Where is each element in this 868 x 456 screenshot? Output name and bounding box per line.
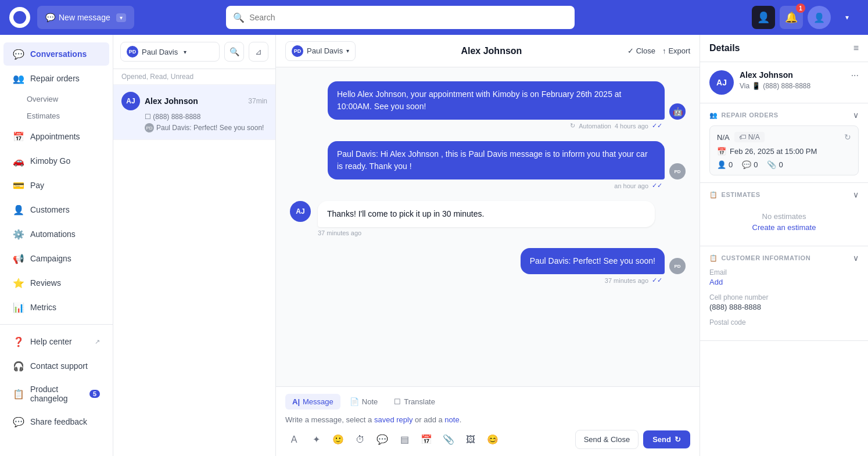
sidebar-item-repair-orders[interactable]: 👥 Repair orders	[3, 67, 109, 90]
conversations-list: PD Paul Davis ▾ 🔍 ⊿ Opened, Read, Unread…	[113, 35, 276, 456]
message-4: Paul Davis: Perfect! See you soon! PD 37…	[290, 248, 686, 284]
email-add-button[interactable]: Add	[709, 278, 859, 286]
details-contact-phone: Via 📱 (888) 888-8888	[740, 82, 845, 90]
saved-reply-link[interactable]: saved reply	[374, 415, 413, 424]
ro-refresh-button[interactable]: ↻	[844, 132, 851, 142]
attachment-icon[interactable]: 📎	[440, 431, 457, 448]
topbar-right: 👤 🔔 1 👤 ▾	[752, 6, 859, 29]
chat-input-placeholder-text: Write a message, select a saved reply or…	[285, 415, 690, 424]
filter-conversations-button[interactable]: ⊿	[249, 42, 268, 62]
main-layout: 💬 Conversations 👥 Repair orders Overview…	[0, 35, 868, 456]
automations-icon: ⚙️	[13, 228, 24, 240]
details-contact-info: Alex Johnson Via 📱 (888) 888-8888	[740, 70, 845, 90]
sidebar-item-share-feedback[interactable]: 💬 Share feedback	[3, 410, 109, 433]
chevron-down-icon: ▾	[116, 13, 126, 22]
create-estimate-link[interactable]: Create an estimate	[709, 223, 859, 232]
sidebar-label-repair-orders: Repair orders	[30, 74, 80, 83]
share-feedback-icon: 💬	[13, 416, 24, 428]
send-close-button[interactable]: Send & Close	[575, 430, 639, 449]
repair-orders-section-header: 👥 REPAIR ORDERS ∨	[709, 110, 859, 120]
pay-icon: 💳	[13, 179, 24, 191]
chat-agent-select[interactable]: PD Paul Davis ▾	[285, 41, 356, 61]
sidebar-item-campaigns[interactable]: 📢 Campaigns	[3, 247, 109, 270]
sidebar-item-product-changelog[interactable]: 📋 Product changelog 5	[3, 379, 109, 409]
repair-order-card: N/A 🏷 N/A ↻ 📅 Feb 26, 2025 at 15:00 PM 👤…	[709, 125, 859, 175]
sidebar-label-share-feedback: Share feedback	[30, 417, 87, 426]
sidebar-item-customers[interactable]: 👤 Customers	[3, 198, 109, 221]
conversation-item[interactable]: AJ Alex Johnson 37min ☐ (888) 888-8888 P…	[113, 85, 275, 140]
via-label: Via	[740, 82, 749, 90]
topbar: 💬 New message ▾ 🔍 👤 🔔 1 👤 ▾	[0, 0, 868, 35]
sidebar-item-estimates[interactable]: Estimates	[0, 107, 113, 124]
sidebar-item-help-center[interactable]: ❓ Help center ↗	[3, 330, 109, 353]
contact-support-icon: 🎧	[13, 360, 24, 372]
sidebar-item-reviews[interactable]: ⭐ Reviews	[3, 271, 109, 295]
customer-info-collapse[interactable]: ∨	[853, 253, 859, 263]
account-chevron-button[interactable]: ▾	[835, 6, 859, 29]
chat-header-actions: ✓ Close ↑ Export	[627, 46, 690, 55]
estimates-collapse[interactable]: ∨	[853, 190, 859, 199]
close-conversation-button[interactable]: ✓ Close	[627, 46, 655, 55]
message-3: AJ Thanks! I'll come to pick it up in 30…	[290, 201, 686, 236]
sidebar-item-pay[interactable]: 💳 Pay	[3, 174, 109, 197]
export-button[interactable]: ↑ Export	[662, 46, 690, 55]
note-link[interactable]: note	[444, 415, 459, 424]
sidebar-item-metrics[interactable]: 📊 Metrics	[3, 296, 109, 319]
details-menu-button[interactable]: ≡	[853, 43, 859, 53]
tab-message[interactable]: A| Message	[285, 394, 340, 410]
agent-select-dropdown[interactable]: PD Paul Davis ▾	[120, 42, 220, 62]
techs-icon: 👤	[717, 160, 726, 169]
template-icon[interactable]: ▤	[396, 431, 413, 448]
postal-label: Postal code	[709, 318, 859, 326]
ai-assist-icon[interactable]: ✦	[307, 431, 325, 448]
user-profile-button[interactable]: 👤	[752, 6, 775, 29]
sidebar-item-kimoby-go[interactable]: 🚗 Kimoby Go	[3, 149, 109, 173]
sticker-icon[interactable]: 😊	[484, 431, 501, 448]
phone-label: Cell phone number	[709, 293, 859, 301]
conv-avatar: AJ	[121, 92, 140, 110]
search-input[interactable]	[226, 6, 575, 29]
repair-orders-collapse[interactable]: ∨	[853, 110, 859, 120]
repair-orders-icon: 👥	[13, 73, 24, 84]
sidebar-label-metrics: Metrics	[30, 303, 56, 312]
send-button[interactable]: Send ↻	[643, 430, 690, 448]
image-icon[interactable]: 🖼	[462, 431, 479, 448]
msg-meta-3: 37 minutes ago	[318, 229, 686, 236]
sidebar-label-overview: Overview	[27, 95, 58, 103]
automation-icon: ↻	[570, 122, 575, 130]
filter-icon: ⊿	[255, 47, 262, 56]
contact-more-button[interactable]: ···	[851, 70, 859, 81]
new-message-button[interactable]: 💬 New message ▾	[37, 6, 134, 29]
new-message-label: New message	[59, 13, 110, 22]
preview-avatar-small: PD	[145, 123, 154, 132]
bot-icon-1: 🤖	[669, 103, 686, 120]
account-avatar-button[interactable]: 👤	[808, 6, 831, 29]
sidebar-item-conversations[interactable]: 💬 Conversations	[3, 42, 109, 66]
sidebar-item-contact-support[interactable]: 🎧 Contact support	[3, 354, 109, 378]
calendar-icon: 📅	[717, 147, 726, 156]
ro-techs: 👤 0	[717, 160, 733, 169]
incoming-avatar-3: AJ	[290, 201, 311, 222]
sidebar-label-conversations: Conversations	[30, 49, 87, 59]
sidebar-item-overview[interactable]: Overview	[0, 91, 113, 107]
tab-note[interactable]: 📄 Note	[343, 394, 385, 410]
timer-icon[interactable]: ⏱	[351, 431, 369, 448]
sidebar-item-automations[interactable]: ⚙️ Automations	[3, 222, 109, 246]
search-conversations-button[interactable]: 🔍	[224, 42, 244, 62]
speech-icon[interactable]: 💬	[374, 431, 391, 448]
sidebar-label-customers: Customers	[30, 205, 70, 214]
ro-stats: 👤 0 💬 0 📎 0	[717, 160, 851, 169]
font-style-icon[interactable]: A	[285, 431, 303, 448]
emoji-icon[interactable]: 🙂	[329, 431, 347, 448]
notifications-button[interactable]: 🔔 1	[780, 6, 803, 29]
translate-tab-icon: ☐	[394, 397, 401, 406]
msg-bubble-4: Paul Davis: Perfect! See you soon!	[521, 248, 665, 274]
msg-meta-4: 37 minutes ago ✓✓	[605, 277, 686, 284]
customer-information-section: 📋 CUSTOMER INFORMATION ∨ Email Add Cell …	[700, 246, 868, 341]
tab-translate[interactable]: ☐ Translate	[387, 394, 442, 410]
msg-row-2: Paul Davis: Hi Alex Johnson , this is Pa…	[328, 141, 686, 179]
read-check-1: ✓✓	[652, 122, 662, 130]
estimates-icon: 📋	[709, 191, 718, 199]
sidebar-item-appointments[interactable]: 📅 Appointments	[3, 125, 109, 148]
calendar-icon[interactable]: 📅	[418, 431, 435, 448]
